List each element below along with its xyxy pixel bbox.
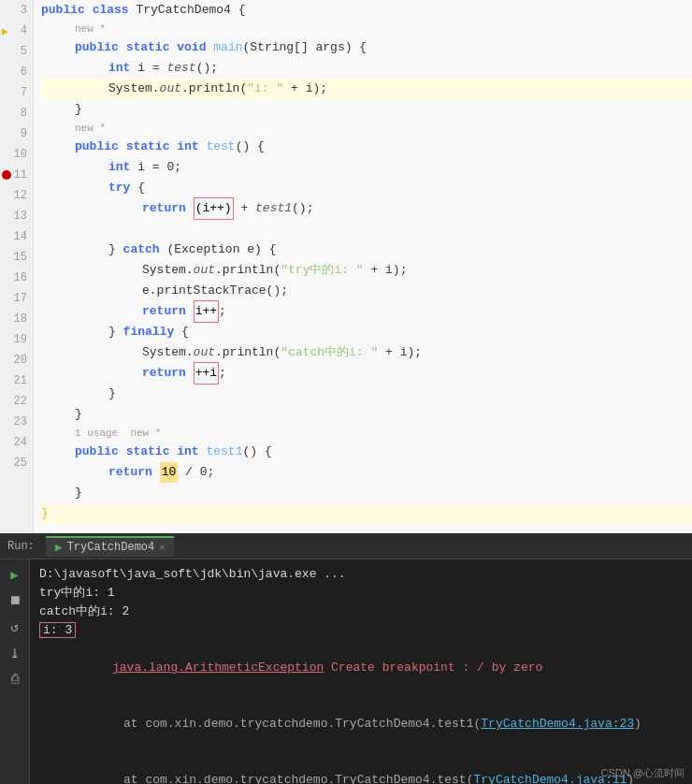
code-line-11: return (i++) + test1(); (41, 198, 692, 219)
code-line-24: } (41, 483, 692, 503)
code-line-6: System.out.println("i: " + i); (41, 79, 692, 99)
output-try: try中的i: 1 (39, 584, 683, 603)
gutter-10: 10 (0, 144, 33, 165)
output-command: D:\javasoft\java_soft\jdk\bin\java.exe .… (39, 565, 683, 584)
gutter-12: 12 (0, 185, 33, 206)
gutter-20: 20 (0, 350, 33, 370)
panel-body: ▶ ⏹ ↺ ⤓ ⎙ D:\javasoft\java_soft\jdk\bin\… (0, 559, 692, 784)
gutter-6: 6 (0, 62, 33, 82)
gutter-21: 21 (0, 370, 33, 391)
gutter-24: 24 (0, 432, 33, 453)
watermark: CSDN @心流时间 (601, 766, 685, 780)
code-line-17: } finally { (41, 322, 692, 342)
code-line-8: public static int test() { (41, 137, 692, 157)
code-line-new2: new * (41, 120, 692, 137)
tab-bar: Run: ▶ TryCatchDemo4 ✕ (0, 533, 692, 559)
tab-close-icon[interactable]: ✕ (159, 542, 165, 553)
gutter-14: 14 (0, 226, 33, 247)
code-line-22: public static int test1() { (41, 442, 692, 462)
gutter-4: ▶ 4 (0, 21, 33, 41)
code-line-usage: 1 usage new * (41, 425, 692, 442)
gutter-19: 19 (0, 329, 33, 350)
gutter-15: 15 (0, 247, 33, 268)
code-line-3: public class TryCatchDemo4 { (41, 0, 692, 21)
gutter-9: 9 (0, 123, 33, 144)
run-label: Run: (7, 540, 35, 553)
tab-icon: ▶ (55, 540, 63, 555)
line-gutter: 3 ▶ 4 5 6 7 8 9 10 11 12 (0, 0, 34, 533)
gutter-18: 18 (0, 309, 33, 329)
editor-area: 3 ▶ 4 5 6 7 8 9 10 11 12 (0, 0, 692, 533)
panel-sidebar: ▶ ⏹ ↺ ⤓ ⎙ (0, 559, 30, 784)
rerun-button[interactable]: ↺ (4, 616, 26, 638)
stop-button[interactable]: ⏹ (4, 589, 26, 612)
scroll-end-button[interactable]: ⤓ (4, 642, 26, 664)
gutter-8: 8 (0, 103, 33, 123)
code-line-18: System.out.println("catch中的i: " + i); (41, 342, 692, 363)
code-line-23: return 10 / 0; (41, 462, 692, 483)
gutter-25: 25 (0, 453, 33, 473)
output-area: D:\javasoft\java_soft\jdk\bin\java.exe .… (30, 559, 692, 784)
output-wrapper: D:\javasoft\java_soft\jdk\bin\java.exe .… (30, 559, 692, 784)
code-line-12 (41, 219, 692, 240)
bottom-panel: Run: ▶ TryCatchDemo4 ✕ ▶ ⏹ ↺ ⤓ ⎙ D:\java… (0, 533, 692, 784)
gutter-22: 22 (0, 391, 33, 412)
code-line-25: } (41, 503, 692, 524)
gutter-3: 3 (0, 0, 33, 21)
code-line-13: } catch (Exception e) { (41, 240, 692, 260)
gutter-13: 13 (0, 206, 33, 226)
code-lines: public class TryCatchDemo4 { new * publi… (34, 0, 692, 533)
gutter-16: 16 (0, 268, 33, 288)
tab-label: TryCatchDemo4 (67, 541, 155, 554)
exception-type: java.lang.ArithmeticException (112, 661, 324, 675)
code-line-20: } (41, 384, 692, 404)
stack-link-1[interactable]: TryCatchDemo4.java:23 (481, 717, 634, 731)
code-line-15: e.printStackTrace(); (41, 281, 692, 301)
output-exception-line: java.lang.ArithmeticException Create bre… (39, 640, 683, 696)
highlighted-i-output: i: 3 (39, 622, 76, 638)
gutter-17: 17 (0, 288, 33, 309)
code-line-16: return i++; (41, 301, 692, 322)
run-button[interactable]: ▶ (4, 563, 26, 586)
code-line-4: public static void main(String[] args) { (41, 37, 692, 58)
gutter-5: 5 (0, 41, 33, 62)
gutter-11: 11 (0, 165, 33, 185)
output-stack-2: at com.xin.demo.trycatchdemo.TryCatchDem… (39, 752, 683, 784)
code-line-10: try { (41, 178, 692, 198)
code-line-9: int i = 0; (41, 157, 692, 178)
code-line-21: } (41, 404, 692, 425)
print-button[interactable]: ⎙ (4, 668, 26, 690)
output-i: i: 3 (39, 621, 683, 640)
output-stack-1: at com.xin.demo.trycatchdemo.TryCatchDem… (39, 696, 683, 752)
code-line-5: int i = test(); (41, 58, 692, 79)
code-line-7: } (41, 99, 692, 120)
gutter-7: 7 (0, 82, 33, 103)
tab-item-tryCatchDemo4[interactable]: ▶ TryCatchDemo4 ✕ (46, 536, 174, 557)
code-line-14: System.out.println("try中的i: " + i); (41, 260, 692, 281)
output-catch: catch中的i: 2 (39, 603, 683, 621)
code-line-19: return ++i; (41, 363, 692, 384)
gutter-23: 23 (0, 412, 33, 432)
code-line-new1: new * (41, 21, 692, 37)
